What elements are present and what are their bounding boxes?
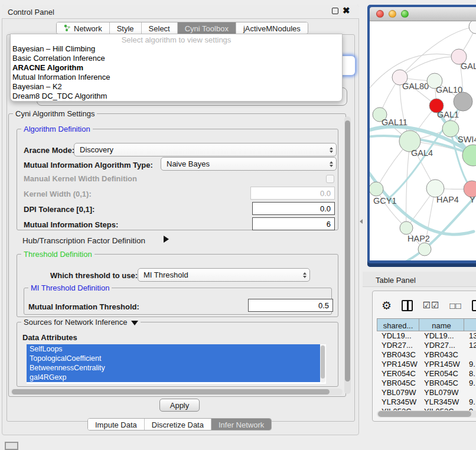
table-row[interactable]: YBR045CYBR045C9. bbox=[377, 379, 476, 388]
table-cell: YBR043C bbox=[377, 350, 419, 360]
network-edge[interactable] bbox=[376, 189, 406, 228]
attribute-item[interactable]: BetweennessCentrality bbox=[27, 363, 320, 373]
algorithm-item[interactable]: Mutual Information Inference bbox=[11, 73, 342, 82]
gear-icon[interactable]: ⚙ bbox=[382, 300, 392, 311]
panel-splitter-arrow-icon[interactable] bbox=[360, 219, 363, 224]
network-node[interactable] bbox=[418, 243, 431, 256]
dpi-tolerance-field[interactable]: 0.0 bbox=[252, 202, 335, 215]
new-table-icon[interactable] bbox=[472, 300, 476, 311]
table-cell: YLR345W bbox=[419, 397, 464, 407]
aracne-mode-combo[interactable]: Discovery bbox=[74, 143, 337, 156]
table-cell: YDL19... bbox=[377, 331, 419, 341]
table-row[interactable]: YBR043CYBR043C bbox=[377, 350, 476, 360]
control-panel-titlebar bbox=[2, 5, 359, 19]
tab-network[interactable]: Network bbox=[57, 22, 110, 34]
attribute-item[interactable]: SelfLoops bbox=[27, 344, 320, 354]
network-node[interactable] bbox=[469, 21, 476, 34]
network-view-window: GALGAL80GAL10GAL1GAL11GAL4SWI4GCY1HAP4YH… bbox=[367, 5, 476, 267]
table-cell: YER054C bbox=[419, 369, 464, 379]
deselect-all-checkboxes-icon[interactable]: □□ bbox=[450, 301, 462, 311]
network-edge[interactable] bbox=[400, 57, 459, 77]
which-threshold-value: MI Threshold bbox=[138, 270, 300, 279]
column-header[interactable]: name bbox=[419, 318, 464, 331]
network-window-titlebar[interactable] bbox=[370, 7, 476, 21]
mi-steps-field[interactable]: 6 bbox=[252, 217, 335, 230]
node-label: GAL bbox=[461, 61, 476, 71]
algorithm-item[interactable]: Bayesian – Hill Climbing bbox=[11, 44, 342, 54]
tab-discretize-data[interactable]: Discretize Data bbox=[145, 419, 211, 430]
table-row[interactable]: YDR27...YDR27...12 bbox=[377, 341, 476, 350]
algorithm-definition-legend: Algorithm Definition bbox=[21, 125, 93, 133]
algorithm-item[interactable]: Bayesian – K2 bbox=[11, 82, 342, 92]
tab-infer-network[interactable]: Infer Network bbox=[211, 419, 271, 430]
mi-threshold-label: Mutual Information Threshold: bbox=[28, 302, 139, 311]
column-header[interactable]: shared... bbox=[377, 318, 419, 331]
table-cell bbox=[464, 350, 476, 360]
attributes-scrollbar[interactable] bbox=[320, 345, 325, 383]
columns-icon[interactable] bbox=[402, 300, 413, 311]
table-cell: YBR045C bbox=[419, 379, 464, 388]
attribute-item[interactable]: TopologicalCoefficient bbox=[27, 354, 320, 363]
table-body: YDL19...YDL19...13YDR27...YDR27...12YBR0… bbox=[377, 331, 476, 416]
settings-scrollbar-thumb[interactable] bbox=[345, 120, 350, 381]
table-cell: YPR145W bbox=[419, 360, 464, 369]
screenshot-stage: Control Panel ✖ NetworkStyleSelectCyni T… bbox=[0, 0, 476, 450]
table-row[interactable]: YPR145WYPR145W9. bbox=[377, 360, 476, 369]
expand-right-icon[interactable] bbox=[164, 236, 169, 243]
data-attributes-list[interactable]: SelfLoopsTopologicalCoefficientBetweenne… bbox=[27, 344, 326, 384]
minimize-window-icon[interactable] bbox=[389, 10, 396, 18]
tab-label: jActiveMNodules bbox=[243, 24, 301, 33]
apply-button[interactable]: Apply bbox=[159, 399, 200, 412]
attribute-item[interactable]: gal4RGexp bbox=[27, 373, 320, 382]
float-window-icon[interactable] bbox=[332, 8, 338, 14]
tab-jactivemnodules[interactable]: jActiveMNodules bbox=[236, 22, 308, 34]
close-panel-icon[interactable]: ✖ bbox=[343, 5, 350, 16]
settings-vertical-scrollbar[interactable] bbox=[344, 116, 351, 394]
table-row[interactable]: YLR345WYLR345W9. bbox=[377, 397, 476, 407]
network-node-hap2[interactable] bbox=[400, 221, 413, 234]
zoom-window-icon[interactable] bbox=[401, 10, 409, 18]
tab-select[interactable]: Select bbox=[142, 22, 178, 34]
settings-horizontal-scrollbar[interactable] bbox=[11, 389, 343, 395]
tab-label: Cyni Toolbox bbox=[185, 24, 229, 33]
mi-threshold-field[interactable]: 0.5 bbox=[248, 299, 333, 312]
network-node[interactable] bbox=[454, 92, 472, 111]
which-threshold-combo[interactable]: MI Threshold bbox=[138, 268, 310, 282]
algorithm-item[interactable]: Basic Correlation Inference bbox=[11, 54, 342, 63]
network-node-gal1[interactable] bbox=[442, 120, 459, 137]
kernel-width-field[interactable]: 0.0 bbox=[250, 187, 335, 200]
collapse-down-icon[interactable] bbox=[131, 321, 138, 325]
tab-label: Select bbox=[149, 24, 170, 33]
network-graph: GALGAL80GAL10GAL1GAL11GAL4SWI4GCY1HAP4YH… bbox=[370, 21, 476, 260]
settings-hscrollbar-thumb[interactable] bbox=[12, 389, 330, 394]
tab-label: Discretize Data bbox=[152, 420, 204, 429]
attributes-scrollbar-thumb[interactable] bbox=[321, 345, 325, 379]
hub-definition-label[interactable]: Hub/Transcription Factor Definition bbox=[22, 236, 145, 245]
network-canvas[interactable]: GALGAL80GAL10GAL1GAL11GAL4SWI4GCY1HAP4YH… bbox=[370, 21, 476, 260]
column-header[interactable] bbox=[464, 318, 476, 331]
close-window-icon[interactable] bbox=[376, 10, 384, 18]
tab-style[interactable]: Style bbox=[110, 22, 142, 34]
table-cell: YBR043C bbox=[419, 350, 464, 360]
table-hscrollbar-thumb[interactable] bbox=[378, 411, 471, 417]
which-threshold-label: Which threshold to use: bbox=[50, 271, 138, 280]
mi-type-combo[interactable]: Naive Bayes bbox=[161, 157, 337, 171]
table-cell bbox=[464, 388, 476, 397]
tab-impute-data[interactable]: Impute Data bbox=[88, 419, 145, 430]
network-node-gcy1[interactable] bbox=[370, 182, 383, 196]
table-row[interactable]: YER054CYER054C8. bbox=[377, 369, 476, 379]
node-label: GAL4 bbox=[411, 148, 433, 158]
minimized-panel-icon[interactable] bbox=[5, 442, 18, 450]
tab-label: Impute Data bbox=[95, 420, 137, 429]
aracne-mode-label: Aracne Mode: bbox=[24, 146, 74, 155]
algorithm-item[interactable]: Dream8 DC_TDC Algorithm bbox=[11, 92, 342, 101]
tab-cyni-toolbox[interactable]: Cyni Toolbox bbox=[178, 22, 236, 34]
combo-stepper-icon bbox=[327, 161, 336, 167]
table-row[interactable]: YBL079WYBL079W bbox=[377, 388, 476, 397]
table-panel-title: Table Panel bbox=[376, 276, 416, 285]
table-row[interactable]: YDL19...YDL19...13 bbox=[377, 331, 476, 341]
select-all-checkboxes-icon[interactable]: ☑☑ bbox=[423, 300, 440, 311]
algorithm-item[interactable]: ARACNE Algorithm bbox=[11, 63, 342, 73]
manual-kernel-checkbox[interactable] bbox=[326, 175, 334, 183]
table-horizontal-scrollbar[interactable] bbox=[377, 410, 476, 418]
